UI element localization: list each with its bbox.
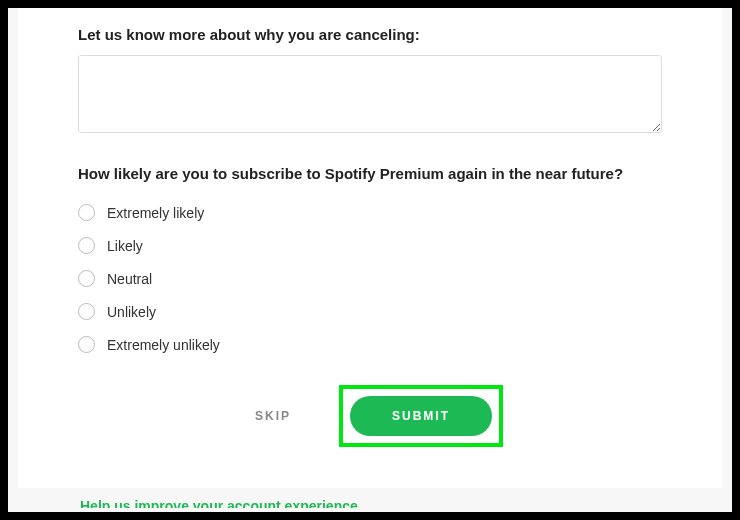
skip-button[interactable]: SKIP: [237, 399, 309, 433]
cancel-survey-card: Let us know more about why you are cance…: [18, 8, 722, 488]
radio-label: Unlikely: [107, 304, 156, 320]
radio-label: Likely: [107, 238, 143, 254]
reason-question-label: Let us know more about why you are cance…: [78, 8, 662, 55]
page-container: Let us know more about why you are cance…: [8, 8, 732, 512]
likelihood-radio-group: Extremely likely Likely Neutral Unlikely…: [78, 196, 662, 361]
form-actions: SKIP SUBMIT: [78, 385, 662, 447]
radio-extremely-unlikely[interactable]: Extremely unlikely: [78, 328, 662, 361]
submit-button[interactable]: SUBMIT: [350, 396, 492, 436]
radio-extremely-likely[interactable]: Extremely likely: [78, 196, 662, 229]
footer-improve-link[interactable]: Help us improve your account experience: [80, 498, 358, 508]
radio-icon: [78, 336, 95, 353]
likelihood-question-label: How likely are you to subscribe to Spoti…: [78, 137, 662, 196]
radio-label: Extremely unlikely: [107, 337, 220, 353]
radio-icon: [78, 270, 95, 287]
radio-label: Extremely likely: [107, 205, 204, 221]
radio-unlikely[interactable]: Unlikely: [78, 295, 662, 328]
radio-icon: [78, 303, 95, 320]
submit-highlight-box: SUBMIT: [339, 385, 503, 447]
radio-icon: [78, 204, 95, 221]
radio-label: Neutral: [107, 271, 152, 287]
radio-likely[interactable]: Likely: [78, 229, 662, 262]
reason-textarea[interactable]: [78, 55, 662, 133]
radio-icon: [78, 237, 95, 254]
radio-neutral[interactable]: Neutral: [78, 262, 662, 295]
